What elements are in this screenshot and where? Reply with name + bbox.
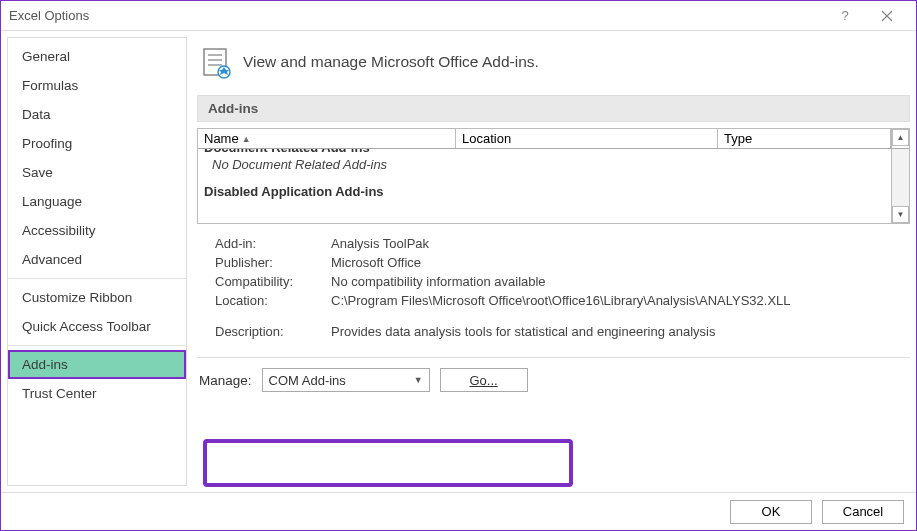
group-header-disabled: Disabled Application Add-ins bbox=[204, 182, 885, 199]
scroll-down-button[interactable]: ▼ bbox=[892, 206, 909, 223]
detail-value-addin: Analysis ToolPak bbox=[331, 236, 429, 251]
column-label: Name bbox=[204, 131, 239, 146]
column-header-type[interactable]: Type bbox=[718, 129, 891, 148]
sidebar-item-trust-center[interactable]: Trust Center bbox=[8, 379, 186, 408]
sidebar-item-save[interactable]: Save bbox=[8, 158, 186, 187]
detail-label-compat: Compatibility: bbox=[215, 274, 331, 289]
scroll-up-button[interactable]: ▲ bbox=[892, 129, 909, 146]
close-button[interactable] bbox=[866, 1, 908, 31]
sidebar-separator bbox=[8, 345, 186, 346]
detail-label-location: Location: bbox=[215, 293, 331, 308]
detail-label-description: Description: bbox=[215, 324, 331, 339]
sidebar-item-data[interactable]: Data bbox=[8, 100, 186, 129]
manage-label: Manage: bbox=[199, 373, 252, 388]
scrollbar-track[interactable] bbox=[892, 149, 909, 206]
detail-value-publisher: Microsoft Office bbox=[331, 255, 421, 270]
empty-group-text: No Document Related Add-ins bbox=[204, 155, 885, 182]
manage-row: Manage: COM Add-ins ▼ Go... bbox=[197, 366, 910, 392]
sidebar-item-accessibility[interactable]: Accessibility bbox=[8, 216, 186, 245]
page-header: View and manage Microsoft Office Add-ins… bbox=[197, 39, 910, 95]
column-header-name[interactable]: Name ▲ bbox=[198, 129, 456, 148]
chevron-down-icon: ▼ bbox=[414, 375, 423, 385]
sidebar-item-general[interactable]: General bbox=[8, 42, 186, 71]
divider bbox=[197, 357, 910, 358]
sidebar-item-customize-ribbon[interactable]: Customize Ribbon bbox=[8, 283, 186, 312]
sidebar-item-language[interactable]: Language bbox=[8, 187, 186, 216]
detail-value-description: Provides data analysis tools for statist… bbox=[331, 324, 715, 339]
ok-button[interactable]: OK bbox=[730, 500, 812, 524]
column-header-location[interactable]: Location bbox=[456, 129, 718, 148]
sidebar-item-proofing[interactable]: Proofing bbox=[8, 129, 186, 158]
detail-value-location: C:\Program Files\Microsoft Office\root\O… bbox=[331, 293, 791, 308]
addin-details: Add-in:Analysis ToolPak Publisher:Micros… bbox=[197, 224, 910, 347]
help-button[interactable]: ? bbox=[824, 1, 866, 31]
go-button-label: Go... bbox=[469, 373, 497, 388]
sidebar-item-quick-access[interactable]: Quick Access Toolbar bbox=[8, 312, 186, 341]
sort-asc-icon: ▲ bbox=[242, 134, 251, 144]
content-pane: View and manage Microsoft Office Add-ins… bbox=[187, 31, 916, 492]
title-bar: Excel Options ? bbox=[1, 1, 916, 31]
detail-label-addin: Add-in: bbox=[215, 236, 331, 251]
column-label: Location bbox=[462, 131, 511, 146]
addins-table: Name ▲ Location Type ▲ Document Related … bbox=[197, 128, 910, 224]
section-header-addins: Add-ins bbox=[197, 95, 910, 122]
table-header: Name ▲ Location Type ▲ bbox=[198, 129, 909, 149]
detail-value-compat: No compatibility information available bbox=[331, 274, 546, 289]
addins-icon bbox=[201, 47, 231, 77]
sidebar: General Formulas Data Proofing Save Lang… bbox=[7, 37, 187, 486]
dialog-footer: OK Cancel bbox=[1, 492, 916, 530]
manage-select[interactable]: COM Add-ins ▼ bbox=[262, 368, 430, 392]
sidebar-item-formulas[interactable]: Formulas bbox=[8, 71, 186, 100]
column-label: Type bbox=[724, 131, 752, 146]
sidebar-item-addins[interactable]: Add-ins bbox=[8, 350, 186, 379]
go-button[interactable]: Go... bbox=[440, 368, 528, 392]
manage-selected-value: COM Add-ins bbox=[269, 373, 346, 388]
detail-label-publisher: Publisher: bbox=[215, 255, 331, 270]
page-title: View and manage Microsoft Office Add-ins… bbox=[243, 53, 539, 71]
cancel-button[interactable]: Cancel bbox=[822, 500, 904, 524]
sidebar-separator bbox=[8, 278, 186, 279]
sidebar-item-advanced[interactable]: Advanced bbox=[8, 245, 186, 274]
window-title: Excel Options bbox=[9, 8, 824, 23]
